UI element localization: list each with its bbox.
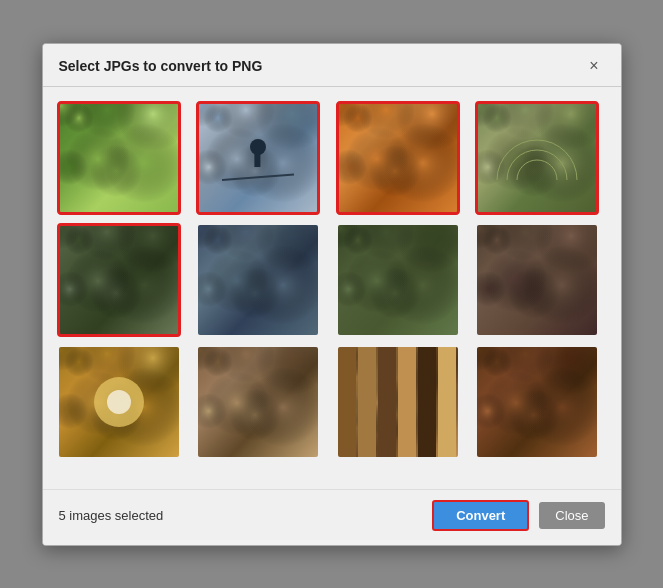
dialog-body [43, 87, 621, 489]
image-thumbnail [338, 103, 458, 213]
image-thumbnail [477, 103, 597, 213]
image-thumbnail [59, 347, 179, 457]
image-thumbnail [338, 347, 458, 457]
image-thumbnail [198, 225, 318, 335]
image-cell[interactable] [338, 103, 458, 213]
image-cell[interactable] [198, 103, 318, 213]
image-cell[interactable] [477, 225, 597, 335]
image-cell[interactable] [477, 103, 597, 213]
image-cell[interactable] [338, 347, 458, 457]
image-cell[interactable] [198, 347, 318, 457]
image-thumbnail [59, 225, 179, 335]
close-button[interactable]: Close [539, 502, 604, 529]
image-cell[interactable] [59, 347, 179, 457]
image-cell[interactable] [59, 225, 179, 335]
dialog: Select JPGs to convert to PNG × 5 images… [42, 43, 622, 546]
image-cell[interactable] [59, 103, 179, 213]
convert-button[interactable]: Convert [432, 500, 529, 531]
image-grid [59, 103, 605, 457]
image-cell[interactable] [198, 225, 318, 335]
close-icon-button[interactable]: × [583, 56, 604, 76]
dialog-footer: 5 images selected Convert Close [43, 489, 621, 545]
status-text: 5 images selected [59, 508, 164, 523]
image-thumbnail [59, 103, 179, 213]
dialog-title: Select JPGs to convert to PNG [59, 58, 263, 74]
image-thumbnail [198, 347, 318, 457]
image-thumbnail [477, 347, 597, 457]
image-cell[interactable] [338, 225, 458, 335]
dialog-header: Select JPGs to convert to PNG × [43, 44, 621, 87]
image-cell[interactable] [477, 347, 597, 457]
image-thumbnail [198, 103, 318, 213]
image-thumbnail [477, 225, 597, 335]
image-thumbnail [338, 225, 458, 335]
